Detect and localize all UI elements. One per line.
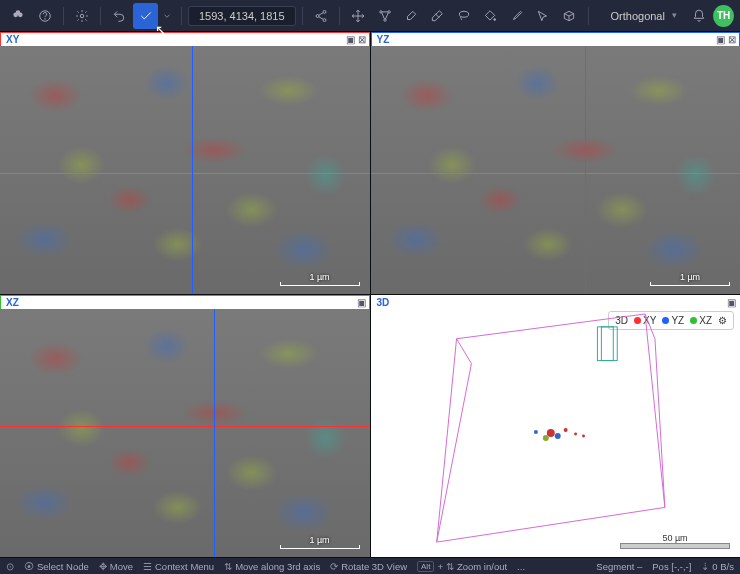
viewport-yz[interactable]: YZ ▣ ⊠ 1 µm [371,32,741,294]
viewport-3d[interactable]: 3D ▣ 3D XY YZ XZ ⚙ 50 µm [371,295,741,557]
yz-scalebar: 1 µm [650,272,730,286]
svg-point-4 [316,14,319,17]
status-context-menu: ☰Context Menu [143,561,214,572]
xy-scalebar: 1 µm [280,272,360,286]
maximize-icon[interactable]: ▣ [727,297,736,308]
yz-image [371,46,741,294]
avatar-initials: TH [717,10,730,21]
status-segment: Segment – [596,561,642,572]
viewport-grid: XY ▣ ⊠ 1 µm YZ ▣ ⊠ 1 µm XZ ▣ [0,32,740,557]
brush-tool[interactable] [399,3,423,29]
xy-scale-text: 1 µm [309,272,329,282]
quickselect-tool[interactable] [531,3,555,29]
close-panel-icon[interactable]: ⊠ [728,34,736,45]
status-alt: Alt+⇅Zoom in/out [417,561,507,572]
position-input[interactable] [188,6,296,26]
status-more[interactable]: ... [517,561,525,572]
svg-point-3 [323,10,326,13]
svg-point-16 [563,428,567,432]
share-button[interactable] [309,3,333,29]
help-button[interactable] [32,3,56,29]
xy-crosshair-h [0,173,370,174]
svg-rect-11 [597,327,613,361]
erase-tool[interactable] [425,3,449,29]
maximize-icon[interactable]: ▣ [346,34,355,45]
svg-point-1 [44,18,45,19]
viewport-xy[interactable]: XY ▣ ⊠ 1 µm [0,32,370,294]
yz-crosshair-h [371,173,741,174]
viewport-yz-label: YZ [375,34,392,45]
3d-scene [371,309,741,557]
xz-image [0,309,370,557]
user-avatar[interactable]: TH [713,5,734,27]
status-rotate-3d: ⟳Rotate 3D View [330,561,407,572]
3d-scale-text: 50 µm [662,533,687,543]
status-toggle[interactable]: ⊙ [6,561,14,572]
svg-point-7 [388,10,390,12]
main-toolbar: Orthogonal TH [0,0,740,32]
projection-select[interactable]: Orthogonal [601,6,683,26]
maximize-icon[interactable]: ▣ [716,34,725,45]
status-move: ✥Move [99,561,133,572]
yz-scale-text: 1 µm [680,272,700,282]
lasso-tool[interactable] [452,3,476,29]
svg-point-13 [546,429,554,437]
status-position: Pos [-,-,-] [652,561,691,572]
xz-scale-text: 1 µm [309,535,329,545]
move-tool[interactable] [346,3,370,29]
viewport-xz-label: XZ [4,297,21,308]
svg-point-8 [383,18,385,20]
close-panel-icon[interactable]: ⊠ [358,34,366,45]
svg-point-17 [574,433,577,436]
viewport-xy-label: XY [4,34,21,45]
xz-crosshair-v [214,309,215,557]
picker-tool[interactable] [504,3,528,29]
svg-point-18 [582,434,585,437]
xy-crosshair-v [192,46,193,294]
boundingbox-tool[interactable] [557,3,581,29]
cursor-pointer: ↖ [155,22,167,38]
svg-rect-12 [601,327,617,361]
viewport-xz[interactable]: XZ ▣ 1 µm [0,295,370,557]
status-select-node: ⦿Select Node [24,561,89,572]
viewport-3d-label: 3D [375,297,392,308]
logo-button[interactable] [6,3,30,29]
svg-point-2 [80,14,84,18]
yz-crosshair-v [585,46,586,294]
svg-point-9 [459,11,468,17]
3d-scalebar: 50 µm [620,533,730,549]
svg-point-15 [542,435,548,441]
xy-image [0,46,370,294]
svg-point-14 [554,433,560,439]
undo-button[interactable] [107,3,131,29]
status-datarate: ⇣0 B/s [701,561,734,572]
status-move-axis: ⇅Move along 3rd axis [224,561,320,572]
svg-point-6 [379,10,381,12]
xz-scalebar: 1 µm [280,535,360,549]
notifications-button[interactable] [687,3,711,29]
maximize-icon[interactable]: ▣ [357,297,366,308]
svg-point-10 [494,18,496,20]
settings-button[interactable] [70,3,94,29]
skeleton-tool[interactable] [372,3,396,29]
fill-tool[interactable] [478,3,502,29]
status-bar: ⊙ ⦿Select Node ✥Move ☰Context Menu ⇅Move… [0,557,740,574]
xz-crosshair-h [0,426,370,427]
projection-label: Orthogonal [611,10,665,22]
svg-point-19 [533,430,537,434]
svg-point-5 [323,18,326,21]
